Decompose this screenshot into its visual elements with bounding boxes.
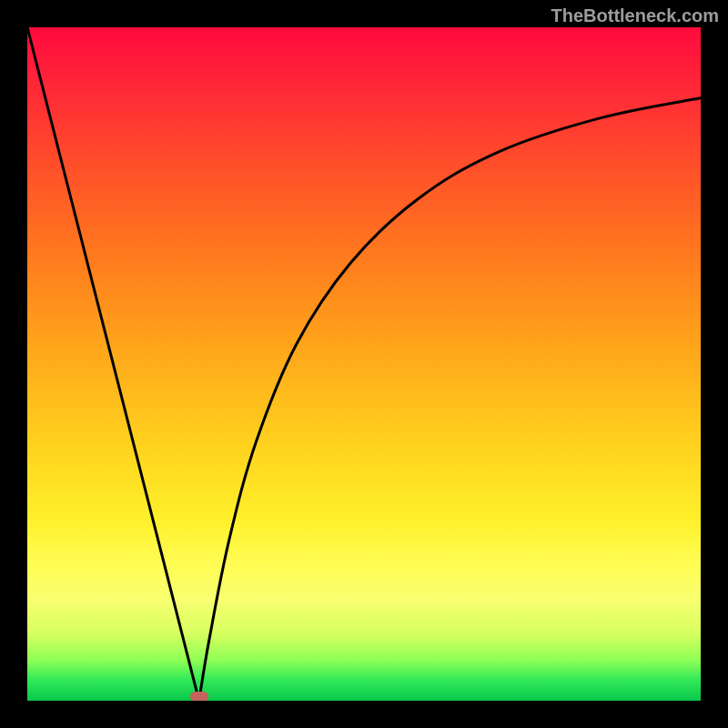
bottleneck-curve	[27, 27, 701, 701]
plot-area	[27, 27, 701, 701]
watermark-text: TheBottleneck.com	[551, 5, 719, 26]
outer-frame: TheBottleneck.com	[0, 0, 728, 728]
curve-svg	[27, 27, 701, 701]
optimal-marker	[190, 692, 208, 701]
